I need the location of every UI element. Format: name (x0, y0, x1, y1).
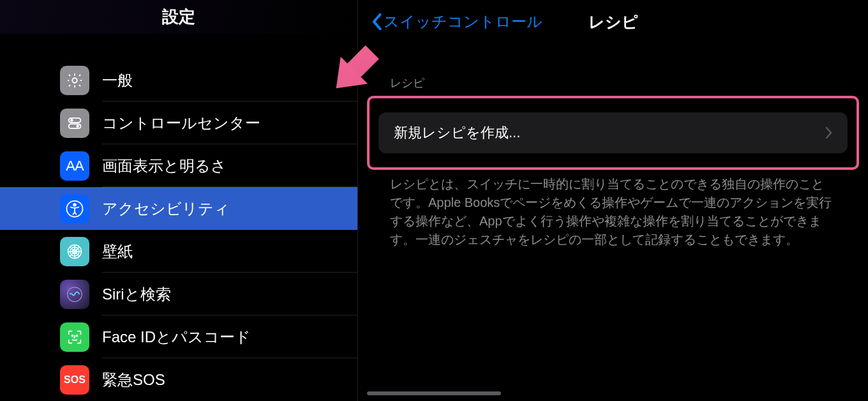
sidebar-item-label: Face IDとパスコード (102, 327, 251, 347)
sidebar-item-general[interactable]: 一般 (0, 59, 357, 102)
sidebar-item-siri[interactable]: Siriと検索 (0, 273, 357, 315)
svg-point-4 (76, 125, 79, 128)
sidebar-item-label: コントロールセンター (102, 113, 260, 133)
sidebar-item-control-center[interactable]: コントロールセンター (0, 102, 357, 144)
sidebar-spacer (0, 34, 357, 59)
sos-icon: SOS (60, 365, 89, 395)
create-recipe-label: 新規レシピを作成... (394, 123, 520, 142)
svg-point-2 (70, 119, 73, 122)
home-indicator[interactable] (367, 391, 501, 395)
gear-icon (60, 66, 89, 95)
create-recipe-row[interactable]: 新規レシピを作成... (378, 112, 848, 153)
sidebar-item-label: Siriと検索 (102, 284, 171, 305)
faceid-icon (60, 322, 89, 352)
svg-point-6 (73, 203, 76, 206)
control-center-icon (60, 109, 89, 138)
sidebar-item-display[interactable]: AA 画面表示と明るさ (0, 144, 357, 187)
chevron-right-icon (825, 126, 832, 139)
sidebar-item-accessibility[interactable]: アクセシビリティ (0, 187, 357, 230)
svg-point-11 (72, 335, 73, 336)
content-header: スイッチコントロール レシピ (358, 0, 868, 43)
annotation-highlight-box: 新規レシピを作成... (367, 96, 859, 170)
sidebar-item-label: 壁紙 (102, 241, 133, 262)
sidebar-item-sos[interactable]: SOS 緊急SOS (0, 358, 357, 401)
siri-icon (60, 280, 89, 309)
sidebar-item-label: 画面表示と明るさ (102, 156, 227, 176)
sidebar-item-label: 緊急SOS (102, 370, 165, 390)
section-label: レシピ (358, 75, 868, 91)
sidebar-list: 一般 コントロールセンター AA (0, 59, 357, 401)
accessibility-icon (60, 194, 89, 223)
sidebar-item-faceid[interactable]: Face IDとパスコード (0, 315, 357, 358)
chevron-left-icon (371, 13, 382, 31)
back-label: スイッチコントロール (384, 11, 542, 32)
content-pane: スイッチコントロール レシピ レシピ 新規レシピを作成... レシピとは、スイッ… (358, 0, 868, 401)
sidebar-title: 設定 (162, 6, 195, 28)
settings-sidebar: 設定 一般 (0, 0, 358, 401)
content-title: レシピ (588, 11, 638, 33)
sidebar-item-wallpaper[interactable]: 壁紙 (0, 230, 357, 273)
svg-point-12 (77, 335, 78, 336)
back-button[interactable]: スイッチコントロール (371, 11, 542, 32)
sidebar-header: 設定 (0, 0, 357, 34)
wallpaper-icon (60, 237, 89, 266)
recipe-description: レシピとは、スイッチに一時的に割り当てることのできる独自の操作のことです。App… (358, 170, 868, 249)
sidebar-item-label: 一般 (102, 70, 133, 91)
sidebar-item-label: アクセシビリティ (102, 199, 230, 219)
svg-point-0 (72, 78, 77, 82)
display-icon: AA (60, 151, 89, 181)
content-body: レシピ 新規レシピを作成... レシピとは、スイッチに一時的に割り当てることので… (358, 43, 868, 401)
